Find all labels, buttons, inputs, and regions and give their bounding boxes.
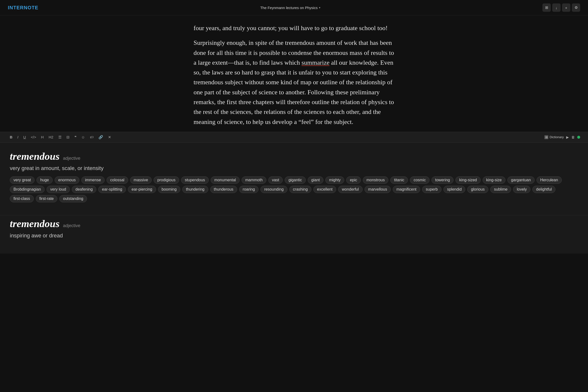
syn-towering[interactable]: towering bbox=[432, 176, 454, 184]
syn-booming[interactable]: booming bbox=[158, 186, 180, 193]
dictionary-panel-1: tremendous adjective very great in amoun… bbox=[0, 142, 588, 215]
syn-mighty[interactable]: mighty bbox=[325, 176, 344, 184]
brand-logo: INTERNOTE bbox=[8, 5, 38, 10]
dictionary-label-text: Dictionary bbox=[550, 135, 564, 139]
dictionary-icon: ▤ bbox=[544, 135, 548, 139]
syn-king-size[interactable]: king-size bbox=[483, 176, 506, 184]
syn-massive[interactable]: massive bbox=[130, 176, 152, 184]
doc-title-text: The Feynmann lectures on Physics bbox=[260, 6, 318, 10]
syn-stupendous[interactable]: stupendous bbox=[181, 176, 209, 184]
syn-marvellous[interactable]: marvellous bbox=[364, 186, 391, 193]
settings-icon-button[interactable]: ⚙ bbox=[572, 4, 580, 12]
syn-colossal[interactable]: colossal bbox=[106, 176, 128, 184]
word-title-1: tremendous bbox=[10, 150, 60, 162]
word-definition-2: inspiring awe or dread bbox=[10, 232, 578, 239]
dictionary-panel-2: tremendous adjective inspiring awe or dr… bbox=[0, 215, 588, 254]
italic-button[interactable]: I bbox=[16, 134, 20, 140]
syn-resounding[interactable]: resounding bbox=[260, 186, 287, 193]
word-pos-2: adjective bbox=[63, 223, 80, 228]
word-header-1: tremendous adjective bbox=[10, 150, 578, 162]
syn-cosmic[interactable]: cosmic bbox=[410, 176, 430, 184]
chevron-down-icon: ▾ bbox=[319, 6, 320, 9]
download-icon-button[interactable]: ↓ bbox=[552, 4, 560, 12]
doc-title-button[interactable]: The Feynmann lectures on Physics ▾ bbox=[260, 6, 320, 10]
text-after-link: all our knowledge. Even so, the laws are… bbox=[194, 59, 394, 126]
syn-thunderous[interactable]: thunderous bbox=[210, 186, 237, 193]
syn-vast[interactable]: vast bbox=[268, 176, 283, 184]
syn-wonderful[interactable]: wonderful bbox=[338, 186, 362, 193]
syn-sublime[interactable]: sublime bbox=[490, 186, 511, 193]
word-title-2: tremendous bbox=[10, 218, 60, 230]
delete-button[interactable]: 🗑 bbox=[571, 135, 575, 139]
heading2-button[interactable]: H2 bbox=[46, 134, 55, 140]
syn-brobdingnagian[interactable]: Brobdingnagian bbox=[10, 186, 44, 193]
syn-splendid[interactable]: splendid bbox=[444, 186, 466, 193]
toolbar-format-buttons: B I U </> H H2 ☰ ⊟ ❝ ☺ 🏷 🔗 ✕ bbox=[8, 134, 113, 140]
syn-first-rate[interactable]: first-rate bbox=[36, 195, 58, 202]
toolbar-right-actions: ▤ Dictionary ▶ 🗑 bbox=[544, 135, 580, 139]
syn-deafening[interactable]: deafening bbox=[72, 186, 96, 193]
syn-gigantic[interactable]: gigantic bbox=[285, 176, 306, 184]
syn-prodigious[interactable]: prodigious bbox=[154, 176, 179, 184]
syn-monstrous[interactable]: monstrous bbox=[363, 176, 388, 184]
syn-glorious[interactable]: glorious bbox=[467, 186, 488, 193]
expand-icon-button[interactable]: ⊞ bbox=[542, 4, 551, 12]
syn-very-loud[interactable]: very loud bbox=[46, 186, 70, 193]
syn-first-class[interactable]: first-class bbox=[10, 195, 34, 202]
syn-ear-piercing[interactable]: ear-piercing bbox=[128, 186, 156, 193]
syn-gargantuan[interactable]: gargantuan bbox=[508, 176, 534, 184]
syn-mammoth[interactable]: mammoth bbox=[242, 176, 266, 184]
underline-button[interactable]: U bbox=[21, 134, 28, 140]
quote-button[interactable]: ❝ bbox=[72, 134, 78, 140]
syn-huge[interactable]: huge bbox=[36, 176, 53, 184]
word-definition-1: very great in amount, scale, or intensit… bbox=[10, 165, 578, 172]
syn-enormous[interactable]: enormous bbox=[55, 176, 80, 184]
dictionary-label: ▤ Dictionary bbox=[544, 135, 564, 139]
syn-very-great[interactable]: very great bbox=[10, 176, 34, 184]
clear-button[interactable]: ✕ bbox=[106, 134, 113, 140]
text-paragraph-2: Surprisingly enough, in spite of the tre… bbox=[194, 38, 394, 127]
bullet-list-button[interactable]: ☰ bbox=[56, 134, 64, 140]
syn-thundering[interactable]: thundering bbox=[182, 186, 208, 193]
top-nav: INTERNOTE The Feynmann lectures on Physi… bbox=[0, 0, 588, 16]
editor-toolbar: B I U </> H H2 ☰ ⊟ ❝ ☺ 🏷 🔗 ✕ ▤ Dictionar… bbox=[0, 132, 588, 142]
syn-magnificent[interactable]: magnificent bbox=[393, 186, 420, 193]
syn-lovely[interactable]: lovely bbox=[513, 186, 530, 193]
syn-excellent[interactable]: excellent bbox=[313, 186, 336, 193]
text-paragraph-1: four years, and truly you cannot; you wi… bbox=[194, 23, 394, 33]
syn-roaring[interactable]: roaring bbox=[239, 186, 259, 193]
synonyms-list-1: very great huge enormous immense colossa… bbox=[10, 176, 578, 202]
play-button[interactable]: ▶ bbox=[566, 135, 569, 139]
syn-superb[interactable]: superb bbox=[422, 186, 442, 193]
link-button[interactable]: 🔗 bbox=[96, 134, 105, 140]
nav-icon-group: ⊞ ↓ + ⚙ bbox=[542, 4, 580, 12]
summarize-link[interactable]: summarize bbox=[302, 59, 330, 66]
bold-button[interactable]: B bbox=[8, 134, 14, 140]
status-dot bbox=[577, 136, 580, 139]
syn-crashing[interactable]: crashing bbox=[289, 186, 312, 193]
syn-epic[interactable]: epic bbox=[346, 176, 361, 184]
content-area: four years, and truly you cannot; you wi… bbox=[184, 16, 404, 127]
syn-king-sized[interactable]: king-sized bbox=[456, 176, 480, 184]
heading1-button[interactable]: H bbox=[39, 134, 46, 140]
emoji-button[interactable]: ☺ bbox=[80, 134, 87, 140]
syn-titanic[interactable]: titanic bbox=[390, 176, 408, 184]
add-icon-button[interactable]: + bbox=[562, 4, 570, 12]
syn-monumental[interactable]: monumental bbox=[211, 176, 240, 184]
syn-herculean[interactable]: Herculean bbox=[536, 176, 562, 184]
syn-delightful[interactable]: delightful bbox=[532, 186, 556, 193]
word-pos-1: adjective bbox=[63, 156, 80, 161]
word-header-2: tremendous adjective bbox=[10, 218, 578, 230]
syn-outstanding[interactable]: outstanding bbox=[59, 195, 87, 202]
numbered-list-button[interactable]: ⊟ bbox=[64, 134, 72, 140]
tag-button[interactable]: 🏷 bbox=[88, 134, 96, 140]
syn-immense[interactable]: immense bbox=[81, 176, 104, 184]
syn-giant[interactable]: giant bbox=[308, 176, 324, 184]
code-button[interactable]: </> bbox=[29, 134, 38, 140]
syn-ear-splitting[interactable]: ear-splitting bbox=[98, 186, 126, 193]
